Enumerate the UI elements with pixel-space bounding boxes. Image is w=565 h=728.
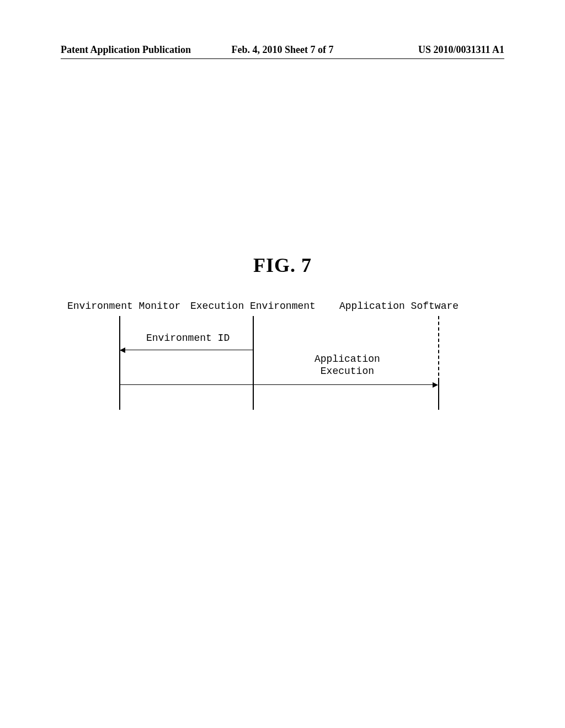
lifeline-application-software-solid — [438, 378, 439, 410]
message-application-execution-line1: Application — [315, 354, 380, 365]
header-publication-number: US 2010/0031311 A1 — [356, 44, 504, 56]
figure-title: FIG. 7 — [0, 254, 565, 277]
message-environment-id-arrowhead — [120, 347, 125, 353]
lifeline-execution-environment — [253, 316, 254, 410]
message-application-execution-arrowhead — [433, 382, 438, 388]
message-application-execution-arrow — [120, 384, 433, 385]
participant-application-software: Application Software — [339, 301, 459, 312]
page-header: Patent Application Publication Feb. 4, 2… — [0, 44, 565, 56]
participant-environment-monitor: Environment Monitor — [67, 301, 180, 312]
header-rule — [61, 58, 504, 59]
message-application-execution-line2: Execution — [321, 366, 374, 377]
lifeline-environment-monitor — [119, 316, 120, 410]
header-publication-type: Patent Application Publication — [61, 44, 209, 56]
message-environment-id-label: Environment ID — [146, 333, 230, 344]
message-application-execution-label: Application Execution — [315, 353, 380, 377]
message-environment-id-arrow — [125, 350, 253, 350]
header-date-sheet: Feb. 4, 2010 Sheet 7 of 7 — [209, 44, 356, 56]
sequence-diagram: Environment Monitor Execution Environmen… — [61, 301, 497, 422]
participant-execution-environment: Execution Environment — [190, 301, 316, 312]
